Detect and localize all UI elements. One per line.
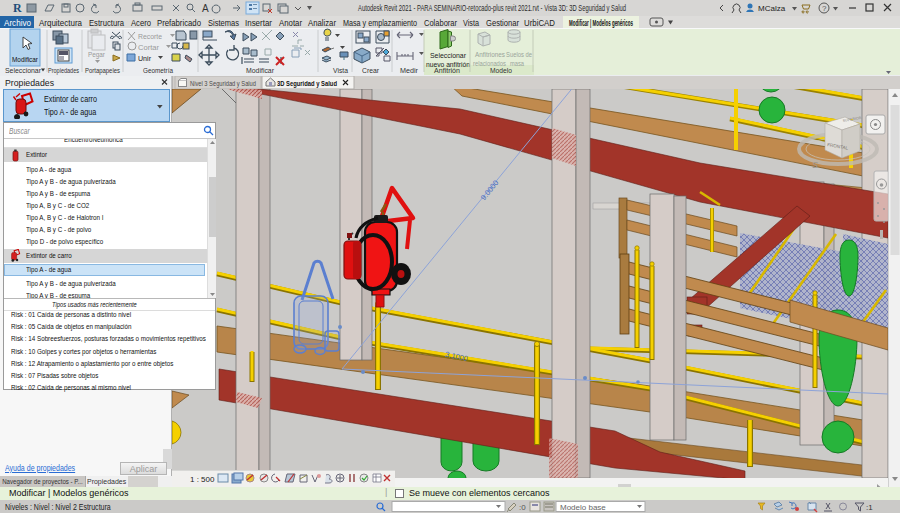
svg-text:Sistemas: Sistemas [208, 18, 239, 28]
svg-text:Unir: Unir [138, 54, 151, 63]
svg-text:Recorte: Recorte [138, 32, 162, 41]
svg-text:1 : 500: 1 : 500 [190, 475, 215, 484]
svg-text:Geometría: Geometría [143, 66, 173, 75]
svg-text:Gestionar: Gestionar [486, 18, 519, 28]
svg-text:R: R [13, 1, 22, 15]
svg-text:Modificar: Modificar [246, 66, 274, 75]
svg-text:S: S [812, 160, 818, 170]
svg-text:Archivo: Archivo [4, 18, 31, 28]
svg-text:Seleccionar: Seleccionar [430, 51, 466, 60]
svg-text:MCalza: MCalza [758, 4, 786, 13]
svg-text:Colaborar: Colaborar [424, 18, 457, 28]
svg-text:3D Seguridad y Salud: 3D Seguridad y Salud [277, 79, 337, 88]
svg-text:Prefabricado: Prefabricado [157, 18, 201, 28]
svg-text:Anfitrión: Anfitrión [434, 66, 460, 75]
svg-text:UrbiCAD: UrbiCAD [524, 18, 555, 28]
svg-text:?: ? [822, 4, 827, 13]
svg-text:masa: masa [510, 59, 524, 68]
svg-text:Masa y emplazamiento: Masa y emplazamiento [343, 18, 417, 28]
svg-text:Anfitriones: Anfitriones [475, 50, 505, 59]
svg-text:Medir: Medir [400, 66, 418, 75]
svg-text:Vista: Vista [463, 18, 479, 28]
svg-text:Cortar: Cortar [138, 43, 159, 52]
svg-text:Pegar: Pegar [88, 50, 105, 59]
svg-text:Estructura: Estructura [89, 18, 124, 28]
svg-text::0: :0 [519, 503, 526, 512]
svg-text:Autodesk Revit 2021 - PARA SEM: Autodesk Revit 2021 - PARA SEMINARIO-ret… [358, 3, 626, 13]
svg-text:Insertar: Insertar [245, 18, 272, 28]
svg-text:Modificar | Modelos genéricos: Modificar | Modelos genéricos [569, 18, 633, 28]
svg-text:Anotar: Anotar [279, 18, 302, 28]
svg-text:Propiedades: Propiedades [5, 78, 54, 88]
svg-text:Acero: Acero [131, 18, 151, 28]
svg-text:Seleccionar: Seleccionar [5, 66, 41, 75]
svg-text:Arquitectura: Arquitectura [39, 18, 82, 28]
svg-text:Modificar: Modificar [12, 55, 38, 64]
svg-text:Analizar: Analizar [308, 18, 336, 28]
svg-text::1: :1 [866, 503, 873, 512]
svg-text:Nivel 3 Seguridad y Salud: Nivel 3 Seguridad y Salud [190, 79, 256, 88]
svg-text:Modelo: Modelo [490, 66, 512, 75]
svg-text:Modelo base: Modelo base [560, 503, 606, 512]
svg-text:Propiedades: Propiedades [48, 66, 79, 75]
svg-text:Vista: Vista [333, 66, 348, 75]
svg-text:Suelos de: Suelos de [506, 50, 532, 59]
svg-text:Portapapeles: Portapapeles [85, 66, 120, 75]
svg-text:Crear: Crear [362, 66, 379, 75]
svg-text:A: A [202, 3, 209, 14]
